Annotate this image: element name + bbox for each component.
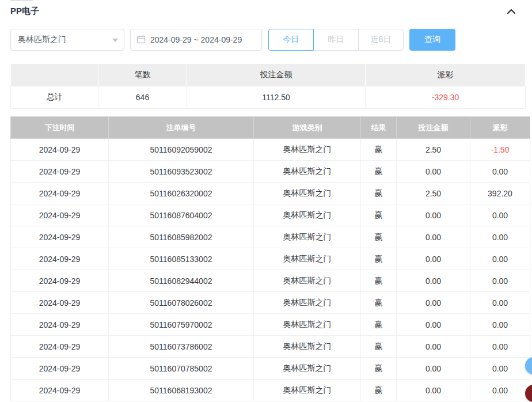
cell-bet-amount: 0.00 <box>397 314 470 336</box>
cell-game-type: 奥林匹斯之门 <box>254 314 361 336</box>
header-result: 结果 <box>361 117 397 139</box>
caret-down-icon <box>112 39 118 42</box>
cell-payout: -1.50 <box>470 139 530 161</box>
top-edge-fragment <box>10 0 33 1</box>
summary-header-payout: 派彩 <box>366 64 526 86</box>
table-row: 2024-09-2950116087604002奥林匹斯之门赢0.000.00 <box>11 204 530 226</box>
cell-result: 赢 <box>361 336 397 358</box>
table-row: 2024-09-2950116085982002奥林匹斯之门赢0.000.00 <box>11 226 530 248</box>
cell-game-type: 奥林匹斯之门 <box>254 292 361 314</box>
cell-bet-time: 2024-09-29 <box>11 270 109 292</box>
cell-bet-amount: 0.00 <box>397 292 470 314</box>
cell-result: 赢 <box>361 204 397 226</box>
chevron-up-icon[interactable] <box>507 9 516 14</box>
table-row: 2024-09-2950116092059002奥林匹斯之门赢2.50-1.50 <box>11 139 530 161</box>
cell-game-type: 奥林匹斯之门 <box>254 226 361 248</box>
summary-count-value: 646 <box>98 86 187 109</box>
cell-result: 赢 <box>361 314 397 336</box>
summary-table: 笔数 投注金额 派彩 总计 646 1112.50 -329.30 <box>10 63 526 109</box>
cell-result: 赢 <box>361 139 397 161</box>
cell-bet-id: 50116087604002 <box>109 204 254 226</box>
cell-bet-id: 50116092059002 <box>109 139 254 161</box>
cell-game-type: 奥林匹斯之门 <box>254 270 361 292</box>
table-row: 2024-09-2950116073786002奥林匹斯之门赢0.000.00 <box>11 336 530 358</box>
date-range-value: 2024-09-29 ~ 2024-09-29 <box>150 35 242 44</box>
date-range-input[interactable]: 2024-09-29 ~ 2024-09-29 <box>130 29 262 51</box>
cell-payout: 0.00 <box>470 226 530 248</box>
cell-bet-amount: 0.00 <box>397 270 470 292</box>
query-button[interactable]: 查询 <box>409 29 455 51</box>
cell-result: 赢 <box>361 183 397 204</box>
cell-game-type: 奥林匹斯之门 <box>254 380 361 401</box>
cell-bet-id: 50116026320002 <box>109 183 254 204</box>
cell-result: 赢 <box>361 161 397 183</box>
summary-header-empty <box>11 64 98 86</box>
table-row: 2024-09-2950116082944002奥林匹斯之门赢0.000.00 <box>11 270 530 292</box>
header-game-type: 游戏类别 <box>254 117 361 139</box>
cell-bet-id: 50116085133002 <box>109 248 254 270</box>
bets-table: 下注时间 注单编号 游戏类别 结果 投注金额 派彩 2024-09-295011… <box>10 116 530 401</box>
cell-bet-time: 2024-09-29 <box>11 183 109 204</box>
cell-payout: 0.00 <box>470 204 530 226</box>
table-row: 2024-09-2950116078026002奥林匹斯之门赢0.000.00 <box>11 292 530 314</box>
cell-bet-time: 2024-09-29 <box>11 226 109 248</box>
cell-game-type: 奥林匹斯之门 <box>254 358 361 380</box>
cell-bet-id: 50116075970002 <box>109 314 254 336</box>
header-bet-time: 下注时间 <box>11 117 109 139</box>
cell-bet-amount: 0.00 <box>397 380 470 401</box>
cell-bet-amount: 0.00 <box>397 358 470 380</box>
summary-header-count: 笔数 <box>98 64 187 86</box>
cell-bet-time: 2024-09-29 <box>11 292 109 314</box>
cell-bet-amount: 2.50 <box>397 139 470 161</box>
quick-range-group: 今日 昨日 近8日 <box>268 29 404 51</box>
cell-payout: 0.00 <box>470 314 530 336</box>
bets-header-row: 下注时间 注单编号 游戏类别 结果 投注金额 派彩 <box>11 117 530 139</box>
summary-total-label: 总计 <box>11 86 98 109</box>
cell-bet-amount: 0.00 <box>397 161 470 183</box>
game-select-value: 奥林匹斯之门 <box>18 35 66 45</box>
table-row: 2024-09-2950116070785002奥林匹斯之门赢0.000.00 <box>11 358 530 380</box>
cell-bet-id: 50116070785002 <box>109 358 254 380</box>
cell-game-type: 奥林匹斯之门 <box>254 204 361 226</box>
cell-game-type: 奥林匹斯之门 <box>254 139 361 161</box>
cell-result: 赢 <box>361 292 397 314</box>
filter-bar: 奥林匹斯之门 2024-09-29 ~ 2024-09-29 今日 昨日 近8日… <box>10 29 522 51</box>
header-bet-id: 注单编号 <box>109 117 254 139</box>
summary-header-row: 笔数 投注金额 派彩 <box>11 64 526 86</box>
cell-bet-amount: 0.00 <box>397 226 470 248</box>
table-row: 2024-09-2950116068193002奥林匹斯之门赢0.000.00 <box>11 380 530 401</box>
calendar-icon <box>136 35 146 45</box>
cell-bet-time: 2024-09-29 <box>11 358 109 380</box>
cell-payout: 0.00 <box>470 292 530 314</box>
summary-bet-amount-value: 1112.50 <box>187 86 366 109</box>
game-select[interactable]: 奥林匹斯之门 <box>10 29 124 51</box>
today-button[interactable]: 今日 <box>268 29 314 51</box>
cell-bet-id: 50116093523002 <box>109 161 254 183</box>
summary-total-row: 总计 646 1112.50 -329.30 <box>11 86 526 109</box>
panel-header: PP电子 <box>0 0 532 17</box>
cell-payout: 0.00 <box>470 248 530 270</box>
cell-result: 赢 <box>361 248 397 270</box>
cell-bet-id: 50116085982002 <box>109 226 254 248</box>
cell-game-type: 奥林匹斯之门 <box>254 336 361 358</box>
last-8-days-button[interactable]: 近8日 <box>358 29 404 51</box>
cell-result: 赢 <box>361 270 397 292</box>
yesterday-button[interactable]: 昨日 <box>313 29 359 51</box>
table-row: 2024-09-2950116075970002奥林匹斯之门赢0.000.00 <box>11 314 530 336</box>
cell-game-type: 奥林匹斯之门 <box>254 248 361 270</box>
cell-result: 赢 <box>361 226 397 248</box>
cell-payout: 0.00 <box>470 358 530 380</box>
summary-payout-value: -329.30 <box>366 86 526 109</box>
cell-game-type: 奥林匹斯之门 <box>254 183 361 204</box>
cell-payout: 392.20 <box>470 183 530 204</box>
cell-result: 赢 <box>361 380 397 401</box>
cell-bet-id: 50116078026002 <box>109 292 254 314</box>
cell-bet-time: 2024-09-29 <box>11 161 109 183</box>
cell-bet-time: 2024-09-29 <box>11 248 109 270</box>
cell-bet-time: 2024-09-29 <box>11 204 109 226</box>
table-row: 2024-09-2950116085133002奥林匹斯之门赢0.000.00 <box>11 248 530 270</box>
cell-payout: 0.00 <box>470 336 530 358</box>
header-payout: 派彩 <box>470 117 530 139</box>
cell-bet-id: 50116068193002 <box>109 380 254 401</box>
summary-header-bet-amount: 投注金额 <box>187 64 366 86</box>
